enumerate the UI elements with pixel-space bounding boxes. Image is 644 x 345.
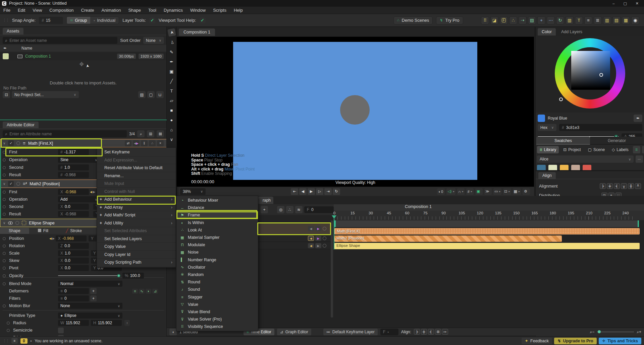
align-stack-icon[interactable]: ▤	[528, 16, 536, 24]
next-keyframe-icon[interactable]: ▶	[315, 226, 321, 231]
text-tool[interactable]: T	[168, 87, 175, 94]
filter-sliders-icon[interactable]: ≋	[295, 206, 303, 213]
frame-bounds-icon[interactable]: ▭▸	[493, 188, 501, 195]
next-keyframe-icon[interactable]: ▶	[315, 243, 321, 248]
align-left-icon[interactable]: ╞	[414, 329, 420, 335]
arc-rotate-icon[interactable]: ↻	[556, 16, 564, 24]
close-button[interactable]: ✕	[636, 1, 639, 6]
link-stepper-icon[interactable]: ↕	[124, 320, 130, 326]
collapse-chevron-icon[interactable]: ∨	[3, 141, 5, 145]
current-color-swatch[interactable]	[538, 115, 545, 122]
tips-and-tricks-button[interactable]: ✧Tips and Tricks	[599, 338, 641, 344]
tab-stroke[interactable]: ╱Stroke	[57, 228, 91, 234]
menu-item[interactable]: Composition	[49, 8, 73, 13]
camera-tool[interactable]: ▣	[168, 68, 175, 75]
first-x-field[interactable]: X-0.968	[58, 189, 89, 195]
asset-search-input[interactable]: ⌕	[3, 37, 117, 44]
menu-item[interactable]: Create	[81, 8, 94, 13]
magnet-icon[interactable]: ∩▸	[457, 188, 465, 195]
menu-item[interactable]: Animation	[102, 8, 121, 13]
palette-swatch[interactable]	[583, 165, 591, 170]
group-mode-button[interactable]: ⠶Group	[67, 17, 90, 24]
ellipse-shape-layer[interactable]	[340, 95, 370, 125]
pivot-x-field[interactable]: X0.0	[58, 265, 89, 271]
timeline-scrollbar[interactable]	[331, 220, 333, 318]
individual-mode-button[interactable]: ▫Individual	[90, 17, 119, 24]
maximize-button[interactable]: ▢	[623, 1, 627, 6]
zoom-out-button[interactable]: ⌕−	[590, 330, 595, 334]
project-set-icon[interactable]: ⊟	[3, 91, 10, 98]
camera-icon[interactable]: ◉	[631, 16, 639, 24]
submenu-item[interactable]: ◐ Is Within	[176, 219, 258, 226]
gantt-icon[interactable]: ≡	[584, 16, 592, 24]
columns-icon[interactable]: ▥	[603, 16, 611, 24]
palette-more-button[interactable]: ⋯	[636, 155, 643, 163]
particles-icon[interactable]: ∴	[509, 16, 517, 24]
submenu-item[interactable]: ▦ Material Sampler	[176, 234, 258, 241]
primitive-type-select[interactable]: ●Ellipse∨	[58, 313, 122, 319]
keyframe-ring-icon[interactable]	[323, 227, 326, 230]
submenu-item[interactable]: ⇅ Round	[176, 278, 258, 286]
brush-tool[interactable]: ✎	[168, 48, 175, 56]
context-menu-item[interactable]: + Add Math/ Script ›	[97, 211, 176, 219]
opacity-value-field[interactable]: %100.0	[122, 273, 144, 279]
menu-item[interactable]: Help	[234, 8, 243, 13]
more-tools[interactable]: ∨	[168, 136, 175, 143]
keyframe-frame-field[interactable]: F-	[380, 329, 398, 335]
upgrade-to-pro-button[interactable]: ↯Upgrade to Pro	[554, 338, 597, 344]
rotation-z-field[interactable]: Z0.0	[58, 243, 89, 249]
go-to-start-icon[interactable]: ⇤	[291, 188, 298, 195]
prev-frame-icon[interactable]: ◀	[299, 188, 307, 195]
tab-color[interactable]: Color	[538, 28, 556, 36]
align-v-bottom-icon[interactable]: ╨	[635, 183, 641, 189]
assets-tab[interactable]: Assets	[3, 28, 23, 34]
play-icon[interactable]: ▶	[308, 188, 315, 195]
deformer-list-icon[interactable]: ≡	[132, 289, 138, 294]
operation2-select[interactable]: Add∨	[58, 196, 100, 202]
scale-x-field[interactable]: X1.0	[58, 250, 89, 256]
add-keyframe-button[interactable]: +	[261, 206, 268, 213]
messages-icon[interactable]: ≡	[11, 338, 18, 344]
frame-field[interactable]: F0	[304, 206, 334, 213]
labels-button[interactable]: ◇Labels	[609, 146, 631, 153]
viewport-composition-tab[interactable]: Composition 1	[179, 28, 215, 36]
keyframe-ring-icon[interactable]	[323, 244, 326, 248]
layer-bar[interactable]: Math2 [Position]	[334, 235, 562, 242]
graph-toggle-icon[interactable]: ⇄	[125, 140, 131, 146]
menu-item[interactable]: View	[33, 8, 42, 13]
next-keyframe-icon[interactable]: ▶	[93, 190, 95, 194]
deformer-curve-icon[interactable]: ∿	[139, 289, 145, 294]
submenu-item[interactable]: ▩ Noise	[176, 249, 258, 256]
pick-attribute-button[interactable]: ⌕	[137, 130, 145, 137]
tab-swatches[interactable]: Swatches	[536, 137, 590, 145]
scene-button[interactable]: ▢Scene	[585, 146, 607, 153]
prev-keyframe-icon[interactable]: ◀	[308, 226, 314, 231]
dots-grid-icon[interactable]: ⠿	[481, 16, 489, 24]
menu-item[interactable]: Tool	[148, 8, 156, 13]
asset-color-swatch[interactable]	[3, 53, 9, 59]
saturation-value-square[interactable]	[571, 51, 610, 90]
context-menu-item[interactable]: + Add Utility ›	[97, 219, 176, 227]
viewport-canvas[interactable]: Hold S Direct Layer SelectionSpace Play/…	[177, 37, 534, 187]
skew-tool[interactable]: ▱	[168, 97, 175, 104]
submenu-item[interactable]: ▍ Number Range	[176, 256, 258, 264]
list-view-button[interactable]: ≡	[642, 146, 644, 153]
menu-item[interactable]: File	[3, 8, 10, 13]
snap-angle-input[interactable]: # 15	[39, 17, 63, 24]
next-frame-icon[interactable]: ▷	[316, 188, 323, 195]
graph-editor-button[interactable]: ⊿Graph Editor	[277, 329, 311, 335]
tab-shape[interactable]: Shape	[0, 228, 29, 234]
submenu-item[interactable]: ↔ Distance	[176, 204, 258, 211]
clear-search-button[interactable]: ⊠	[157, 130, 164, 137]
next-keyframe-icon[interactable]: ▶	[315, 236, 321, 241]
grid-view-button[interactable]: ⠿	[633, 146, 640, 153]
operation-select[interactable]: Sine∨	[58, 157, 100, 163]
submenu-item[interactable]: ≡ Stagger	[176, 293, 258, 300]
palette-swatch[interactable]	[560, 165, 569, 170]
context-menu-item[interactable]: Reset Attribute Value to Default	[97, 164, 176, 172]
hex-mode-select[interactable]: Hex∨	[538, 124, 556, 131]
deformer-d-icon[interactable]: ◗	[146, 289, 151, 294]
tab-fill[interactable]: Fill	[29, 228, 57, 234]
rows-icon[interactable]: ▤	[612, 16, 621, 24]
hue-marker[interactable]	[559, 97, 563, 101]
